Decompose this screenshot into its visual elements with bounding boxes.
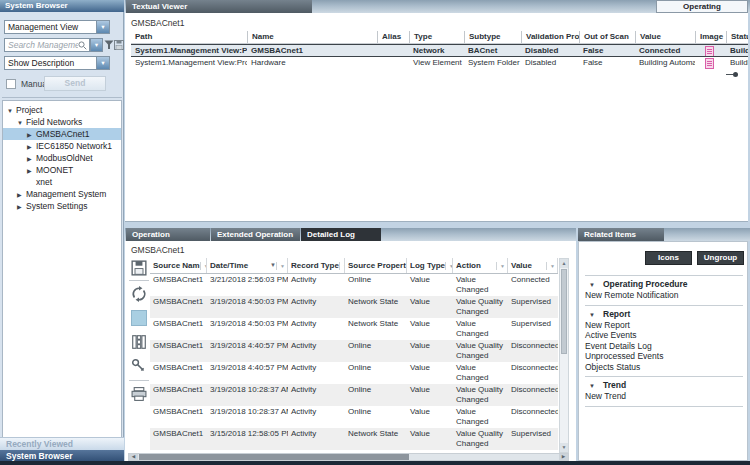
scroll-up-icon[interactable]: ▲ xyxy=(560,259,568,268)
chevron-down-icon[interactable]: ▼ xyxy=(96,21,109,33)
filter-icon[interactable]: ▼ xyxy=(496,262,507,270)
recently-viewed-bar[interactable]: Recently Viewed xyxy=(0,437,124,450)
cell-source: GMSBACnet1 xyxy=(150,318,207,340)
column-header-source-propert[interactable]: Source Propert▼ xyxy=(345,258,407,273)
filter-funnel-icon[interactable] xyxy=(104,40,114,50)
tab-operation[interactable]: Operation xyxy=(126,228,210,241)
log-vertical-scrollbar[interactable]: ▲ ▼ xyxy=(559,258,569,453)
filter-icon[interactable]: ▼ xyxy=(546,262,557,270)
tree-item-system-settings[interactable]: ▶System Settings xyxy=(3,200,121,212)
log-table-body: GMSBACnet13/21/2018 2:56:03 PMActivityOn… xyxy=(150,274,558,453)
tree-item-iec61850-network1[interactable]: ▶IEC61850 Network1 xyxy=(3,140,121,152)
related-item-new-remote-notification[interactable]: New Remote Notification xyxy=(585,291,743,302)
column-header-name[interactable]: Name xyxy=(247,31,377,43)
related-item-active-events[interactable]: Active Events xyxy=(585,331,743,342)
scroll-right-icon[interactable]: ▶ xyxy=(559,454,568,460)
color-swatch-icon[interactable] xyxy=(131,310,147,326)
table-row[interactable]: GMSBACnet13/19/2018 10:28:37 AMActivityO… xyxy=(150,384,558,406)
log-horizontal-scrollbar[interactable]: ◀ ▶ xyxy=(128,453,569,461)
related-items-tab[interactable]: Related Items xyxy=(578,228,664,241)
table-row[interactable]: GMSBACnet13/19/2018 4:40:57 PMActivityOn… xyxy=(150,340,558,362)
sort-desc-icon[interactable]: ▼ xyxy=(267,258,276,273)
section-header-label: Trend xyxy=(603,380,626,390)
tree-item-project[interactable]: ▼Project xyxy=(3,104,121,116)
cell-action: Value Changed xyxy=(453,362,508,384)
tree-item-modbusoldnet[interactable]: ▶ModbusOldNet xyxy=(3,152,121,164)
column-header-status[interactable]: Status xyxy=(726,31,748,43)
icons-button[interactable]: Icons xyxy=(645,251,692,265)
column-header-value[interactable]: Value▼ xyxy=(508,258,558,273)
tree-item-field-networks[interactable]: ▼Field Networks xyxy=(3,116,121,128)
column-header-date-time[interactable]: Date/Time▼▼ xyxy=(207,258,288,273)
related-item-objects-status[interactable]: Objects Status xyxy=(585,363,743,374)
search-dropdown-icon[interactable]: ▼ xyxy=(90,38,103,52)
chevron-down-icon[interactable]: ▼ xyxy=(96,57,109,69)
cell-action: Value Changed xyxy=(453,318,508,340)
save-icon[interactable] xyxy=(131,260,147,276)
refresh-icon[interactable] xyxy=(131,286,147,302)
column-header-validation-profile[interactable]: Validation Profile xyxy=(521,31,579,43)
table-row[interactable]: GMSBACnet13/15/2018 12:58:05 PMActivityN… xyxy=(150,428,558,450)
tree-item-moonet[interactable]: ▶MOONET xyxy=(3,164,121,176)
tree-item-management-system[interactable]: ▶Management System xyxy=(3,188,121,200)
tree-item-gmsbacnet1[interactable]: ▶GMSBACnet1 xyxy=(3,128,121,140)
divider xyxy=(585,305,743,306)
column-header-source-nam[interactable]: Source Nam▼ xyxy=(150,258,207,273)
scroll-left-icon[interactable]: ◀ xyxy=(129,454,138,460)
table-row[interactable]: GMSBACnet13/19/2018 4:50:03 PMActivityNe… xyxy=(150,318,558,340)
cell-datetime: 3/19/2018 4:50:03 PM xyxy=(207,296,288,318)
cell-subtype: System Folder xyxy=(464,57,521,70)
pin-icon[interactable] xyxy=(726,71,738,78)
chevron-right-icon[interactable]: ▶ xyxy=(17,201,26,213)
table-row[interactable]: GMSBACnet13/19/2018 4:40:57 PMActivityOn… xyxy=(150,362,558,384)
column-header-action[interactable]: Action▼ xyxy=(453,258,508,273)
tree-item-label: Field Networks xyxy=(26,117,82,127)
table-row[interactable]: System1.Management View:Project.F...Hard… xyxy=(131,57,748,70)
operating-tab[interactable]: Operating xyxy=(656,0,748,13)
filter-icon[interactable]: ▼ xyxy=(276,262,287,270)
table-row[interactable]: GMSBACnet13/21/2018 2:56:03 PMActivityOn… xyxy=(150,274,558,296)
key-filter-icon[interactable] xyxy=(131,358,147,374)
column-header-log-type[interactable]: Log Type▼ xyxy=(407,258,453,273)
save-filter-icon[interactable] xyxy=(114,40,124,50)
column-header-type[interactable]: Type xyxy=(409,31,464,43)
system-browser-header[interactable]: System Browser xyxy=(0,0,124,12)
show-description-value: Show Description xyxy=(5,57,96,69)
tree-item-xnet[interactable]: xnet xyxy=(3,176,121,188)
column-header-alias[interactable]: Alias xyxy=(377,31,409,43)
tab-detailed-log[interactable]: Detailed Log xyxy=(301,228,381,241)
show-description-dropdown[interactable]: Show Description ▼ xyxy=(4,56,110,70)
chevron-down-icon: ▼ xyxy=(589,310,603,321)
tab-extended-operation[interactable]: Extended Operation xyxy=(211,228,300,241)
table-row[interactable]: GMSBACnet13/19/2018 10:28:37 AMActivityO… xyxy=(150,406,558,428)
ungroup-button[interactable]: Ungroup xyxy=(697,251,744,265)
column-header-image[interactable]: Image xyxy=(695,31,726,43)
cell-property: Online xyxy=(345,274,407,296)
column-header-value[interactable]: Value xyxy=(635,31,695,43)
view-mode-dropdown[interactable]: Management View ▼ xyxy=(4,20,110,34)
column-header-subtype[interactable]: Subtype xyxy=(464,31,521,43)
scrollbar-thumb[interactable] xyxy=(139,454,409,460)
chevron-down-icon[interactable]: ▼ xyxy=(17,117,26,129)
textual-viewer-tab[interactable]: Textual Viewer xyxy=(126,0,312,13)
manual-checkbox[interactable] xyxy=(6,79,16,89)
send-button[interactable]: Send xyxy=(44,76,106,91)
column-header-label: Source Nam xyxy=(153,258,200,273)
column-header-path[interactable]: Path xyxy=(131,31,247,43)
table-row[interactable]: GMSBACnet13/19/2018 4:50:03 PMActivityNe… xyxy=(150,296,558,318)
scroll-down-icon[interactable]: ▼ xyxy=(560,443,568,452)
table-row[interactable]: System1.Management View:Project...GMSBAC… xyxy=(131,44,748,57)
column-header-out-of-scan[interactable]: Out of Scan xyxy=(579,31,635,43)
search-input[interactable]: Search Manageme xyxy=(4,38,90,52)
related-item-unprocessed-events[interactable]: Unprocessed Events xyxy=(585,352,743,363)
column-header-record-type[interactable]: Record Type▼ xyxy=(288,258,345,273)
filter-icon[interactable]: ▼ xyxy=(445,262,453,270)
scrollbar-thumb[interactable] xyxy=(561,269,567,354)
columns-icon[interactable] xyxy=(131,334,147,350)
cell-name: Hardware xyxy=(247,57,377,70)
chevron-down-icon[interactable]: ▼ xyxy=(7,105,16,117)
print-icon[interactable] xyxy=(131,386,147,402)
section-header-report[interactable]: ▼Report xyxy=(585,309,743,321)
filter-icon[interactable]: ▼ xyxy=(200,262,207,270)
related-item-new-trend[interactable]: New Trend xyxy=(585,392,743,403)
